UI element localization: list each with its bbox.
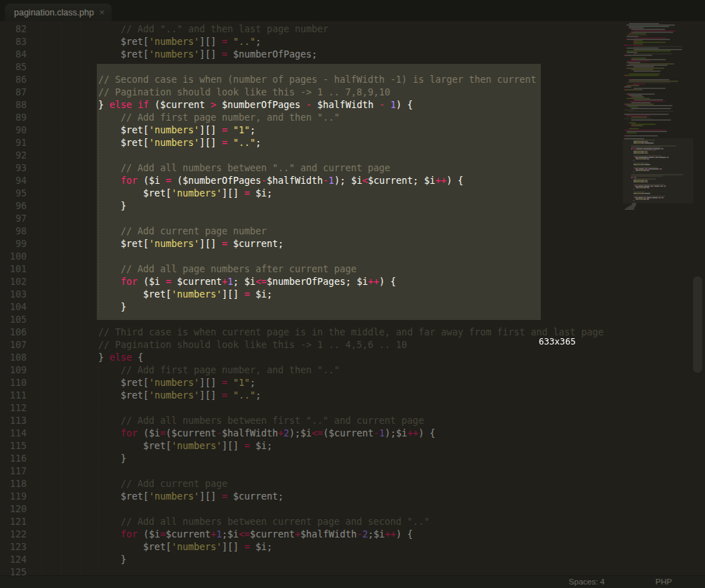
- line-number: 104: [0, 301, 27, 314]
- scrollbar-thumb[interactable]: [693, 276, 702, 373]
- code-line[interactable]: 118 // Add current page: [0, 478, 705, 490]
- line-number: 122: [0, 528, 27, 541]
- line-number: 95: [0, 187, 27, 200]
- code-line[interactable]: 89 // Add first page number, and then ".…: [0, 112, 705, 124]
- line-number: 114: [0, 427, 27, 440]
- code-line[interactable]: 84 $ret['numbers'][] = $numberOfPages;: [0, 48, 705, 61]
- line-number: 83: [0, 36, 27, 48]
- line-number: 85: [0, 61, 27, 74]
- code-line[interactable]: 111 $ret['numbers'][] = "..";: [0, 389, 705, 402]
- code-line[interactable]: 109 // Add first page number, and then "…: [0, 364, 705, 377]
- code-line[interactable]: 113 // Add all numbers between first "..…: [0, 415, 705, 427]
- code-line[interactable]: 98 // Add current page number: [0, 225, 705, 238]
- code-line[interactable]: 114 for ($i=($current-$halfWidth+2);$i<=…: [0, 427, 705, 440]
- line-number: 89: [0, 112, 27, 124]
- code-line[interactable]: 103 $ret['numbers'][] = $i;: [0, 288, 705, 301]
- line-number: 101: [0, 263, 27, 276]
- sublime-text-window: pagination.class.php × 82 // Add ".." an…: [0, 0, 705, 588]
- code-line[interactable]: 86 // Second case is when (number of pag…: [0, 74, 705, 86]
- line-number: 113: [0, 415, 27, 427]
- code-line[interactable]: 108 } else {: [0, 352, 705, 364]
- code-line[interactable]: 123 $ret['numbers'][] = $i;: [0, 541, 705, 554]
- line-number: 117: [0, 465, 27, 478]
- code-line[interactable]: 95 $ret['numbers'][] = $i;: [0, 187, 705, 200]
- status-bar: Spaces: 4 PHP: [0, 575, 705, 588]
- line-number: 91: [0, 137, 27, 149]
- code-line[interactable]: 88 } else if ($current > $numberOfPages …: [0, 99, 705, 112]
- code-line[interactable]: 122 for ($i=$current+1;$i<=$current+$hal…: [0, 528, 705, 541]
- line-number: 110: [0, 377, 27, 389]
- code-line[interactable]: 92: [0, 149, 705, 162]
- line-number: 94: [0, 175, 27, 187]
- line-number: 99: [0, 238, 27, 250]
- line-number: 118: [0, 478, 27, 490]
- code-line[interactable]: 124 }: [0, 554, 705, 566]
- code-line[interactable]: 83 $ret['numbers'][] = "..";: [0, 36, 705, 48]
- line-number: 87: [0, 86, 27, 99]
- line-number: 119: [0, 490, 27, 503]
- code-line[interactable]: 94 for ($i = ($numberOfPages-$halfWidth-…: [0, 175, 705, 187]
- code-line[interactable]: 99 $ret['numbers'][] = $current;: [0, 238, 705, 250]
- code-line[interactable]: 105: [0, 314, 705, 326]
- code-line[interactable]: 85: [0, 61, 705, 74]
- line-number: 109: [0, 364, 27, 377]
- line-number: 108: [0, 352, 27, 364]
- line-number: 96: [0, 200, 27, 213]
- tab-bar: pagination.class.php ×: [0, 0, 705, 21]
- line-number: 116: [0, 453, 27, 465]
- line-number: 107: [0, 339, 27, 352]
- code-line[interactable]: 104 }: [0, 301, 705, 314]
- code-line[interactable]: 121 // Add all numbers between current p…: [0, 516, 705, 528]
- code-line[interactable]: 117: [0, 465, 705, 478]
- status-indent-setting[interactable]: Spaces: 4: [569, 577, 605, 586]
- line-number: 88: [0, 99, 27, 112]
- code-line[interactable]: 91 $ret['numbers'][] = "..";: [0, 137, 705, 149]
- status-syntax-language[interactable]: PHP: [655, 577, 672, 586]
- line-number: 120: [0, 503, 27, 516]
- code-lines: 82 // Add ".." and then last page number…: [0, 23, 705, 575]
- code-line[interactable]: 87 // Pagination should look like this -…: [0, 86, 705, 99]
- selection-size-label: 633x365: [539, 336, 576, 347]
- code-line[interactable]: 120: [0, 503, 705, 516]
- code-line[interactable]: 125: [0, 566, 705, 575]
- tab-title: pagination.class.php: [14, 8, 95, 18]
- line-number: 90: [0, 124, 27, 137]
- code-line[interactable]: 106 // Third case is when current page i…: [0, 326, 705, 339]
- line-number: 102: [0, 276, 27, 288]
- line-number: 86: [0, 74, 27, 86]
- line-number: 84: [0, 48, 27, 61]
- minimap[interactable]: [623, 22, 693, 218]
- code-line[interactable]: 101 // Add all page numbers after curren…: [0, 263, 705, 276]
- line-number: 98: [0, 225, 27, 238]
- code-line[interactable]: 100: [0, 250, 705, 263]
- code-editor[interactable]: 82 // Add ".." and then last page number…: [0, 21, 705, 575]
- line-number: 97: [0, 213, 27, 225]
- code-line[interactable]: 97: [0, 213, 705, 225]
- line-number: 121: [0, 516, 27, 528]
- line-number: 82: [0, 23, 27, 36]
- code-line[interactable]: 115 $ret['numbers'][] = $i;: [0, 440, 705, 453]
- line-number: 105: [0, 314, 27, 326]
- code-line[interactable]: 93 // Add all numbers between ".." and c…: [0, 162, 705, 175]
- code-line[interactable]: 90 $ret['numbers'][] = "1";: [0, 124, 705, 137]
- code-line[interactable]: 112: [0, 402, 705, 415]
- code-line[interactable]: 110 $ret['numbers'][] = "1";: [0, 377, 705, 389]
- line-number: 124: [0, 554, 27, 566]
- tab-close-icon[interactable]: ×: [99, 7, 105, 18]
- code-line[interactable]: 102 for ($i = $current+1; $i<=$numberOfP…: [0, 276, 705, 288]
- code-line[interactable]: 82 // Add ".." and then last page number: [0, 23, 705, 36]
- line-number: 100: [0, 250, 27, 263]
- code-line[interactable]: 107 // Pagination should look like this …: [0, 339, 705, 352]
- line-number: 92: [0, 149, 27, 162]
- line-number: 111: [0, 389, 27, 402]
- tab-pagination-class-php[interactable]: pagination.class.php ×: [5, 4, 112, 21]
- line-number: 123: [0, 541, 27, 554]
- line-number: 103: [0, 288, 27, 301]
- line-number: 115: [0, 440, 27, 453]
- code-line[interactable]: 116 }: [0, 453, 705, 465]
- line-number: 93: [0, 162, 27, 175]
- code-line[interactable]: 119 $ret['numbers'][] = $current;: [0, 490, 705, 503]
- line-number: 125: [0, 566, 27, 575]
- code-line[interactable]: 96 }: [0, 200, 705, 213]
- line-number: 106: [0, 326, 27, 339]
